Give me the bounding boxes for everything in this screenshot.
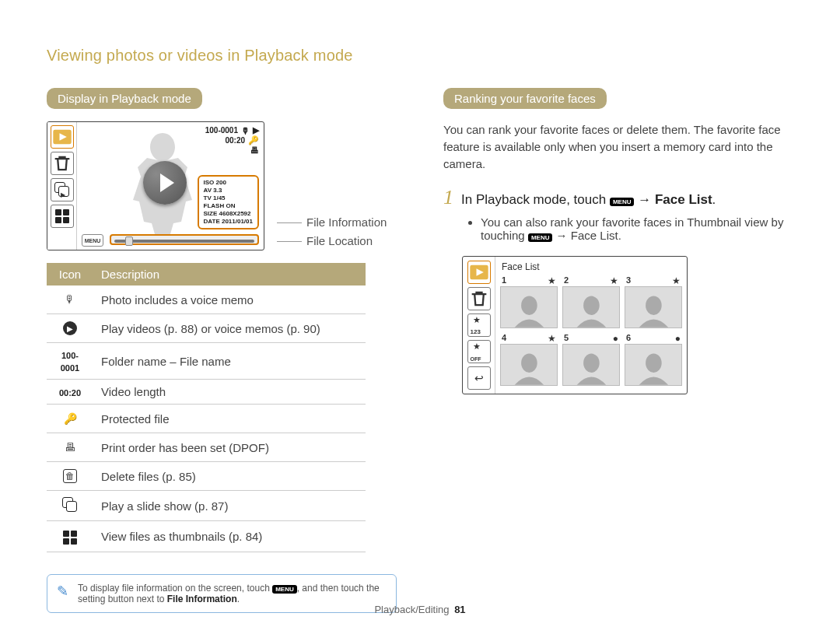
section-heading-ranking: Ranking your favorite faces [443, 88, 607, 109]
intro-text: You can rank your favorite faces or dele… [443, 121, 793, 172]
star-icon: ★ [548, 333, 556, 344]
menu-key-icon: MENU [528, 233, 553, 242]
page-footer: Playback/Editing 81 [0, 604, 840, 615]
callout-file-location: File Location [277, 232, 387, 250]
table-row: ▶Play videos (p. 88) or voice memos (p. … [47, 314, 366, 343]
rank-icon[interactable]: ★123 [467, 313, 491, 337]
back-icon[interactable]: ↩ [467, 366, 491, 390]
info-icon: ✎ [57, 583, 68, 600]
folder-file-icon: 100-0001 [61, 351, 79, 373]
page-title: Viewing photos or videos in Playback mod… [47, 47, 793, 65]
face-cell[interactable]: 2★ [562, 275, 620, 328]
callout-file-information: File Information [277, 213, 387, 232]
table-row: 00:20Video length [47, 380, 366, 405]
play-circle-icon: ▶ [61, 320, 79, 337]
face-rank-number: 4 [502, 333, 506, 342]
section-heading-display: Display in Playback mode [47, 88, 202, 109]
face-cell[interactable]: 1★ [500, 275, 558, 328]
face-rank-number: 1 [502, 275, 506, 285]
face-rank-number: 5 [564, 333, 569, 342]
trash-icon[interactable] [467, 287, 491, 310]
star-off-icon[interactable]: ★OFF [467, 340, 491, 363]
face-list-title: Face List [502, 261, 682, 272]
table-row: Play a slide show (p. 87) [47, 491, 366, 521]
step-1: 1 In Playback mode, touch MENU → Face Li… [443, 186, 793, 209]
thumbnails-icon [61, 529, 79, 546]
voice-memo-icon: 🎙 [61, 291, 79, 308]
face-list-screen: ★123 ★OFF ↩ Face List 1★2★3★4★5●6● [462, 256, 688, 394]
file-information-box: ISO 200 AV 3.3 TV 1/45 FLASH ON SIZE 460… [198, 175, 259, 229]
thumbnails-icon[interactable] [51, 205, 74, 228]
play-button[interactable] [143, 161, 187, 205]
face-cell[interactable]: 6● [625, 333, 682, 386]
trash-icon: 🗑 [61, 468, 79, 485]
face-portrait [625, 344, 682, 386]
face-cell[interactable]: 3★ [625, 275, 682, 328]
svg-point-9 [646, 354, 662, 373]
face-cell[interactable]: 4★ [500, 333, 558, 386]
dot-icon: ● [675, 333, 681, 344]
table-row: 🗑Delete files (p. 85) [47, 462, 366, 491]
svg-point-5 [583, 296, 600, 315]
table-row: 100-0001Folder name – File name [47, 343, 366, 380]
face-portrait [562, 344, 620, 386]
face-cell[interactable]: 5● [562, 333, 620, 386]
menu-key-icon: MENU [272, 585, 297, 594]
face-portrait [562, 286, 620, 328]
lock-icon: 🔑 [248, 135, 259, 145]
playback-screen: ▶ 100-0001 🎙 ▶ [47, 121, 264, 250]
dot-icon: ● [613, 333, 618, 344]
playback-icon[interactable] [51, 125, 74, 149]
menu-button[interactable]: MENU [82, 234, 103, 247]
slideshow-icon[interactable]: ▶ [51, 178, 74, 201]
menu-key-icon: MENU [610, 198, 635, 206]
lock-icon: 🔑 [61, 410, 79, 427]
svg-point-6 [646, 296, 662, 315]
step-sub: You can also rank your favorite faces in… [481, 215, 793, 242]
file-header: 100-0001 🎙 ▶ 00:20 🔑 🖶 [205, 125, 259, 155]
slideshow-icon [61, 496, 79, 513]
face-rank-number: 6 [626, 333, 631, 342]
step-number: 1 [443, 186, 453, 209]
face-portrait [500, 344, 558, 386]
face-portrait [625, 286, 682, 328]
star-icon: ★ [548, 275, 556, 286]
trash-icon[interactable] [51, 152, 74, 175]
printer-icon: 🖶 [61, 439, 79, 456]
th-icon: Icon [47, 263, 93, 285]
table-row: View files as thumbnails (p. 84) [47, 521, 366, 552]
star-icon: ★ [672, 275, 681, 286]
th-desc: Description [93, 263, 366, 285]
video-length-icon: 00:20 [59, 388, 81, 398]
table-row: 🎙Photo includes a voice memo [47, 285, 366, 314]
folder-file-text: 100-0001 [205, 126, 238, 135]
star-icon: ★ [610, 275, 618, 286]
voice-memo-icon: 🎙 [241, 126, 250, 135]
play-mini-icon: ▶ [253, 125, 259, 135]
face-portrait [500, 286, 558, 328]
icon-description-table: Icon Description 🎙Photo includes a voice… [47, 263, 366, 552]
svg-point-4 [521, 296, 537, 315]
seek-bar[interactable] [110, 234, 259, 245]
face-rank-number: 2 [564, 275, 569, 285]
printer-icon: 🖶 [250, 145, 259, 155]
video-length-text: 00:20 [225, 136, 245, 145]
svg-point-7 [521, 354, 537, 373]
table-row: 🔑Protected file [47, 405, 366, 433]
face-rank-number: 3 [626, 275, 631, 285]
svg-point-8 [583, 354, 600, 373]
playback-icon[interactable] [467, 261, 491, 284]
table-row: 🖶Print order has been set (DPOF) [47, 433, 366, 462]
